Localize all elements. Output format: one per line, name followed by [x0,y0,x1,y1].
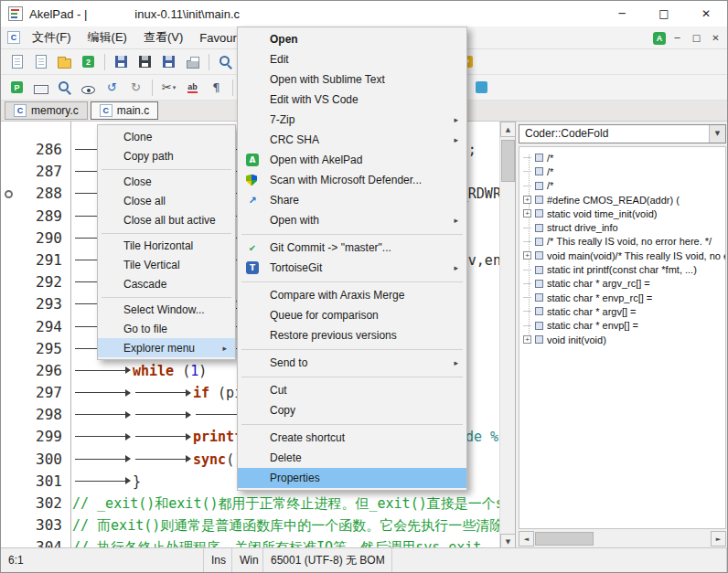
find-button[interactable] [214,51,237,72]
highlight-search-button[interactable] [53,77,76,98]
titlebar: AkelPad - | inux-0.11\init\main.c ─ □ ✕ [1,1,727,27]
menu-item-open-with[interactable]: Open with▸ [238,210,466,230]
status-insert-mode[interactable]: Ins [204,548,232,572]
refresh-left-button[interactable]: ↺ [101,77,123,98]
expand-plus-icon[interactable]: + [523,209,531,218]
scissors-button[interactable]: ✂▾ [157,77,180,98]
close-button[interactable]: ✕ [685,1,727,27]
menu-item-go-to-file[interactable]: Go to file [98,319,235,338]
menu-item-open[interactable]: Open [238,29,466,49]
tree-item[interactable]: /* This really IS void, no error here. *… [519,235,725,249]
menu-item-send-to[interactable]: Send to▸ [238,353,466,373]
save-copy-button[interactable] [157,51,180,72]
menu-item-tile-vertical[interactable]: Tile Vertical [98,255,235,274]
child-minimize-button[interactable]: ─ [669,30,685,46]
menu-item-close-all-but-active[interactable]: Close all but active [98,210,235,229]
spellcheck-abc-button[interactable]: ab [181,77,204,98]
tree-item[interactable]: +void main(void)/* This really IS void, … [519,249,725,262]
tree-item[interactable]: +static void time_init(void) [519,207,725,220]
menu-item-tile-horizontal[interactable]: Tile Horizontal [98,236,235,255]
mark-blue-button[interactable] [470,77,493,98]
pilcrow-button[interactable]: ¶ [205,77,228,98]
menubar-item-2[interactable]: 查看(V) [135,27,191,48]
tree-item[interactable]: struct drive_info [519,220,725,234]
tree-item[interactable]: static char * argv_rc[] = [519,277,725,291]
menu-item-share[interactable]: ↗Share [238,190,466,210]
menubar-item-0[interactable]: 文件(F) [24,27,80,48]
menu-item-git-commit-master[interactable]: ✔Git Commit -> "master"... [238,238,466,258]
menu-item-tortoisegit[interactable]: TTortoiseGit▸ [238,258,466,278]
tab-main.c[interactable]: Cmain.c [91,101,158,120]
tree-item[interactable]: /* [519,179,725,193]
minimize-button[interactable]: ─ [601,1,643,27]
symbol-icon [535,167,543,175]
menu-item-restore-previous-versions[interactable]: Restore previous versions [238,325,466,345]
menu-item-edit-with-vs-code[interactable]: Edit with VS Code [238,90,466,110]
menu-item-create-shortcut[interactable]: Create shortcut [238,428,466,448]
menu-item-scan-with-microsoft-defender[interactable]: Scan with Microsoft Defender... [238,170,466,190]
expand-plus-icon[interactable]: + [523,335,531,344]
tree-item-label: struct drive_info [547,222,618,233]
scroll-left-icon[interactable]: ◄ [519,531,534,546]
vertical-scroll-thumb[interactable] [501,140,515,182]
codefold-plugin-selector[interactable]: Coder::CodeFold ▼ [519,124,726,143]
print-button[interactable] [181,51,204,72]
tree-item[interactable]: /* [519,151,725,164]
horizontal-scroll-thumb[interactable] [535,532,594,546]
menu-item-7-zip[interactable]: 7-Zip▸ [238,110,466,130]
menu-item-delete[interactable]: Delete [238,448,466,468]
plugin-manager-button[interactable]: P [5,77,28,98]
tree-item[interactable]: +void init(void) [519,333,725,346]
menu-item-properties[interactable]: Properties [238,468,466,488]
menu-item-open-with-akelpad[interactable]: AOpen with AkelPad [238,150,466,170]
expand-plus-icon[interactable]: + [523,251,531,260]
menu-item-clone[interactable]: Clone [98,127,235,146]
code-token: ( [174,363,190,379]
tree-item[interactable]: static char * argv[] = [519,304,725,318]
save-button[interactable] [110,51,133,72]
status-encoding[interactable]: 65001 (UTF-8) 无 BOM [263,548,392,572]
tree-item[interactable]: static char * envp[] = [519,319,725,333]
menu-item-explorer-menu[interactable]: Explorer menu▸ [98,338,235,357]
tree-item[interactable]: +#define CMOS_READ(addr) ( [519,193,725,207]
tab-memory.c[interactable]: Cmemory.c [5,101,88,120]
menu-item-cascade[interactable]: Cascade [98,274,235,293]
menu-item-close-all[interactable]: Close all [98,191,235,210]
save-all-button[interactable] [134,51,156,72]
menu-item-cut[interactable]: Cut [238,380,466,400]
refresh-right-button[interactable]: ↻ [124,77,147,98]
maximize-button[interactable]: □ [643,1,685,27]
plugin-badge-icon[interactable]: A [653,32,666,45]
menu-item-edit[interactable]: Edit [238,49,466,69]
menu-item-close[interactable]: Close [98,172,235,191]
menu-item-queue-for-comparison[interactable]: Queue for comparison [238,305,466,325]
child-close-button[interactable]: ✕ [708,30,723,46]
menu-item-copy[interactable]: Copy [238,400,466,420]
status-newline-format[interactable]: Win [232,548,263,572]
menu-item-select-window[interactable]: Select Window... [98,300,235,319]
open-file-button[interactable] [29,51,52,72]
keyboard-button[interactable] [29,77,52,98]
tree-item[interactable]: static int printf(const char *fmt, ...) [519,262,725,276]
child-restore-button[interactable]: □ [689,30,704,46]
open-folder-button[interactable] [53,51,76,72]
scroll-right-icon[interactable]: ► [711,531,726,546]
reopen-file-button[interactable]: 2 [77,51,100,72]
scroll-up-icon[interactable]: ▲ [500,122,516,137]
menubar-item-1[interactable]: 编辑(E) [80,27,135,48]
new-file-button[interactable] [5,51,28,72]
menu-item-label: TortoiseGit [270,261,322,274]
menu-item-compare-with-araxis-merge[interactable]: Compare with Araxis Merge [238,285,466,305]
code-preview-eye-button[interactable] [77,77,100,98]
menu-item-copy-path[interactable]: Copy path [98,146,235,165]
menu-item-open-with-sublime-text[interactable]: Open with Sublime Text [238,69,466,90]
document-system-icon[interactable]: C [7,31,20,44]
editor-vertical-scrollbar[interactable]: ▲ ▼ [499,122,515,549]
combo-dropdown-icon[interactable]: ▼ [709,125,725,143]
expand-plus-icon[interactable]: + [523,196,531,204]
tree-item-label: static int printf(const char *fmt, ...) [547,264,697,275]
tree-item[interactable]: /* [519,164,725,178]
menu-item-crc-sha[interactable]: CRC SHA▸ [238,130,466,150]
codefold-horizontal-scrollbar[interactable]: ◄ ► [519,531,726,546]
tree-item[interactable]: static char * envp_rc[] = [519,291,725,304]
